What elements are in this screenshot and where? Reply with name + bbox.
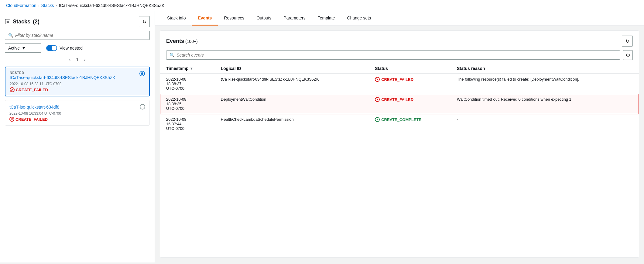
sidebar-header: ▤ Stacks (2) ↻ — [5, 16, 150, 27]
stack-item-1-status-label: CREATE_FAILED — [15, 117, 48, 122]
breadcrumb-sep-1: › — [38, 3, 39, 8]
status-fail-badge: ✕CREATE_FAILED — [375, 97, 445, 102]
col-status-reason: Status reason — [451, 64, 639, 74]
dropdown-icon: ▼ — [22, 46, 26, 50]
events-refresh-button[interactable]: ↻ — [622, 36, 633, 47]
stack-item-1-date: 2022-10-08 16:33:04 UTC-0700 — [9, 111, 61, 116]
stack-item-0-name[interactable]: tCaT-ise-quickstart-634df8-ISEStack-1BJH… — [10, 75, 115, 80]
pagination-row: ‹ 1 › — [5, 56, 150, 63]
sidebar-search-box[interactable]: 🔍 — [5, 31, 150, 40]
events-header: Events (100+) ↻ — [160, 31, 639, 50]
stack-item-0-date: 2022-10-08 16:33:11 UTC-0700 — [10, 82, 115, 86]
tab-template[interactable]: Template — [312, 11, 341, 26]
main-layout: ▤ Stacks (2) ↻ 🔍 Active ▼ View nested — [0, 11, 644, 262]
tab-stack-info[interactable]: Stack info — [161, 11, 192, 26]
stack-item-0[interactable]: NESTED tCaT-ise-quickstart-634df8-ISESta… — [5, 67, 150, 96]
events-search-input[interactable] — [176, 53, 617, 57]
cell-logical-id-0: tCaT-ise-quickstart-634df8-ISEStack-1BJH… — [215, 74, 369, 94]
cell-timestamp-0: 2022-10-08 18:38:37 UTC-0700 — [160, 74, 215, 94]
events-table: Timestamp ▼ Logical ID Status Status rea… — [160, 64, 639, 257]
cell-logical-id-1: DeploymentWaitCondition — [215, 94, 369, 114]
events-title: Events — [166, 38, 184, 44]
prev-page-button[interactable]: ‹ — [67, 56, 72, 63]
status-fail-badge: ✕CREATE_FAILED — [375, 77, 445, 82]
content-area: Stack info Events Resources Outputs Para… — [155, 11, 644, 262]
radio-dot-0 — [141, 72, 143, 75]
tabs-bar: Stack info Events Resources Outputs Para… — [155, 11, 644, 26]
cell-timestamp-2: 2022-10-08 16:37:44 UTC-0700 — [160, 114, 215, 134]
filter-row: Active ▼ View nested — [5, 43, 150, 53]
toggle-knob — [52, 46, 57, 50]
cell-status-0: ✕CREATE_FAILED — [369, 74, 451, 94]
cell-status-1: ✕CREATE_FAILED — [369, 94, 451, 114]
toggle-switch[interactable] — [46, 45, 57, 51]
stack-item-1[interactable]: tCaT-ise-quickstart-634df8 2022-10-08 16… — [5, 100, 150, 126]
stack-item-0-label: NESTED — [10, 71, 115, 75]
table-row: 2022-10-08 18:38:35 UTC-0700DeploymentWa… — [160, 94, 639, 114]
stack-item-0-radio[interactable] — [139, 71, 145, 76]
next-page-button[interactable]: › — [82, 56, 87, 63]
stack-item-1-status: ✕ CREATE_FAILED — [9, 117, 61, 122]
tab-parameters[interactable]: Parameters — [277, 11, 311, 26]
sidebar-title-label: Stacks — [13, 19, 30, 25]
stacks-icon: ▤ — [5, 19, 10, 24]
sort-icon: ▼ — [190, 67, 193, 70]
status-fail-icon-0: ✕ — [10, 87, 15, 92]
cell-logical-id-2: HealthCheckLambdaSchedulePermission — [215, 114, 369, 134]
col-timestamp: Timestamp ▼ — [160, 64, 215, 74]
stack-item-1-name[interactable]: tCaT-ise-quickstart-634df8 — [9, 105, 61, 109]
stack-item-0-status: ✕ CREATE_FAILED — [10, 87, 115, 92]
search-icon: 🔍 — [8, 33, 13, 38]
tab-resources[interactable]: Resources — [218, 11, 250, 26]
view-nested-label: View nested — [60, 46, 83, 50]
cell-reason-1: WaitCondition timed out. Received 0 cond… — [451, 94, 639, 114]
breadcrumb: CloudFormation › Stacks › tCaT-ise-quick… — [0, 0, 644, 11]
tab-outputs[interactable]: Outputs — [250, 11, 277, 26]
events-settings-button[interactable]: ⚙ — [623, 50, 633, 60]
events-title-group: Events (100+) — [166, 38, 198, 44]
events-search-row: 🔍 ⚙ — [160, 50, 639, 64]
tab-events[interactable]: Events — [192, 11, 218, 26]
stack-item-1-header: tCaT-ise-quickstart-634df8 2022-10-08 16… — [9, 104, 145, 122]
events-count: (100+) — [185, 39, 198, 44]
events-panel: Events (100+) ↻ 🔍 ⚙ — [160, 30, 639, 258]
status-ok-badge: ✓CREATE_COMPLETE — [375, 117, 445, 122]
sidebar-refresh-button[interactable]: ↻ — [139, 16, 150, 27]
cell-timestamp-1: 2022-10-08 18:38:35 UTC-0700 — [160, 94, 215, 114]
table-row: 2022-10-08 18:38:37 UTC-0700tCaT-ise-qui… — [160, 74, 639, 94]
tab-change-sets[interactable]: Change sets — [341, 11, 377, 26]
cell-reason-0: The following resource(s) failed to crea… — [451, 74, 639, 94]
table-row: 2022-10-08 16:37:44 UTC-0700HealthCheckL… — [160, 114, 639, 134]
stack-item-0-status-label: CREATE_FAILED — [16, 88, 48, 92]
breadcrumb-sep-2: › — [56, 3, 57, 8]
breadcrumb-stack-name: tCaT-ise-quickstart-634df8-ISEStack-1BJH… — [59, 3, 165, 8]
col-status: Status — [369, 64, 451, 74]
breadcrumb-stacks[interactable]: Stacks — [41, 3, 54, 8]
stack-item-0-header: NESTED tCaT-ise-quickstart-634df8-ISESta… — [10, 71, 145, 92]
events-search-icon: 🔍 — [170, 53, 175, 57]
filter-value: Active — [8, 46, 20, 50]
page-number: 1 — [76, 57, 79, 62]
cell-reason-2: - — [451, 114, 639, 134]
sidebar-title: ▤ Stacks (2) — [5, 19, 39, 25]
col-logical-id: Logical ID — [215, 64, 369, 74]
events-search-box[interactable]: 🔍 — [166, 50, 620, 60]
stack-item-0-content: NESTED tCaT-ise-quickstart-634df8-ISESta… — [10, 71, 115, 92]
cell-status-2: ✓CREATE_COMPLETE — [369, 114, 451, 134]
stack-item-1-radio[interactable] — [140, 104, 145, 109]
sidebar-count: (2) — [33, 19, 39, 25]
table-header-row: Timestamp ▼ Logical ID Status Status rea… — [160, 64, 639, 74]
sidebar: ▤ Stacks (2) ↻ 🔍 Active ▼ View nested — [0, 11, 155, 262]
breadcrumb-cloudformation[interactable]: CloudFormation — [6, 3, 36, 8]
filter-select[interactable]: Active ▼ — [5, 43, 41, 53]
sidebar-search-input[interactable] — [15, 33, 146, 38]
stack-item-1-content: tCaT-ise-quickstart-634df8 2022-10-08 16… — [9, 104, 61, 122]
status-fail-icon-1: ✕ — [9, 117, 14, 122]
view-nested-toggle[interactable]: View nested — [46, 45, 83, 51]
